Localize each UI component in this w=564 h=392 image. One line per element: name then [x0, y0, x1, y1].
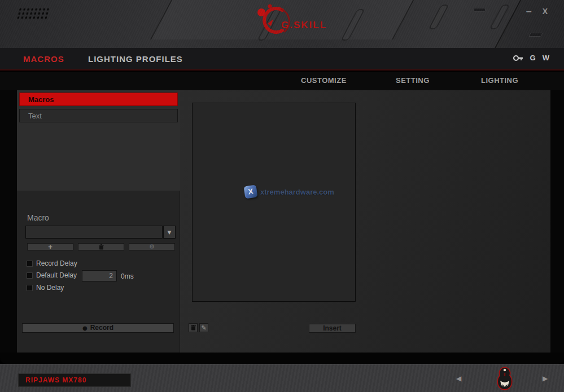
- w-button[interactable]: W: [543, 54, 549, 62]
- device-footer: RIPJAWS MX780 ◀ ▶: [0, 364, 564, 392]
- default-delay-row: Default Delay: [27, 271, 77, 279]
- record-button-label: Record: [90, 324, 113, 332]
- header-facet: [490, 0, 564, 48]
- window-controls: − X: [523, 6, 552, 17]
- gskill-app-window: { "window": { "minimize_label": "−", "cl…: [0, 0, 564, 392]
- macro-select-dropdown[interactable]: [25, 226, 163, 239]
- delete-event-button[interactable]: [189, 323, 198, 332]
- header-groove: [428, 5, 449, 29]
- window-header: G.SKILL − X: [0, 0, 564, 48]
- delay-unit-label: 0ms: [121, 272, 134, 280]
- footer-gap: [0, 353, 564, 364]
- watermark-text: xtremehardware.com: [260, 188, 334, 196]
- nav-tab-macros[interactable]: MACROS: [23, 54, 64, 64]
- no-delay-checkbox[interactable]: [27, 285, 33, 291]
- no-delay-label: No Delay: [36, 284, 64, 292]
- key-icon[interactable]: [513, 55, 523, 61]
- header-facet: [150, 0, 420, 39]
- watermark: X xtremehardware.com: [244, 186, 334, 198]
- speaker-grille: [15, 7, 50, 19]
- record-delay-checkbox[interactable]: [27, 261, 33, 267]
- tab-customize[interactable]: CUSTOMIZE: [301, 76, 347, 85]
- default-delay-label: Default Delay: [36, 271, 77, 279]
- no-delay-row: No Delay: [27, 284, 64, 292]
- mouse-device-icon[interactable]: [495, 366, 514, 391]
- add-macro-button[interactable]: +: [27, 243, 73, 250]
- device-name-badge: RIPJAWS MX780: [18, 373, 131, 387]
- macro-type-list: Macros Text: [17, 90, 180, 191]
- insert-button[interactable]: Insert: [309, 324, 356, 333]
- plus-icon: +: [48, 244, 53, 250]
- tab-lighting[interactable]: LIGHTING: [481, 76, 518, 85]
- minimize-button[interactable]: −: [523, 6, 536, 17]
- dropdown-arrow-button[interactable]: ▼: [163, 226, 176, 239]
- record-delay-row: Record Delay: [27, 259, 77, 267]
- trash-icon: [99, 244, 104, 250]
- g-button[interactable]: G: [530, 54, 536, 62]
- close-button[interactable]: X: [540, 6, 552, 17]
- default-delay-input[interactable]: [82, 270, 117, 281]
- next-device-arrow[interactable]: ▶: [543, 375, 548, 382]
- xtremehardware-logo-icon: X: [244, 185, 258, 199]
- gear-icon: ⚙: [149, 244, 155, 250]
- sub-tab-row: CUSTOMIZE SETTING LIGHTING: [0, 72, 564, 90]
- nav-right-controls: G W: [513, 54, 549, 62]
- gskill-logo-icon: G.SKILL: [253, 2, 338, 39]
- macro-section-label: Macro: [27, 213, 49, 222]
- trash-icon: [191, 325, 196, 331]
- macro-sidebar: Macros Text Macro ▼ + ⚙ Recor: [17, 90, 180, 353]
- header-vent: [473, 8, 486, 12]
- header-groove: [257, 9, 282, 41]
- main-area: Macros Text Macro ▼ + ⚙ Recor: [0, 90, 564, 354]
- nav-tab-lighting-profiles[interactable]: LIGHTING PROFILES: [88, 54, 183, 64]
- header-groove: [340, 9, 365, 41]
- tab-setting[interactable]: SETTING: [396, 76, 430, 85]
- record-dot-icon: ●: [82, 325, 88, 331]
- svg-text:G.SKILL: G.SKILL: [281, 20, 327, 30]
- delete-macro-button[interactable]: [78, 243, 124, 250]
- header-groove: [489, 5, 510, 29]
- header-vent: [528, 33, 543, 37]
- prev-device-arrow[interactable]: ◀: [456, 375, 461, 382]
- edit-event-button[interactable]: ✎: [199, 323, 208, 332]
- record-delay-label: Record Delay: [36, 259, 77, 267]
- main-navbar: MACROS LIGHTING PROFILES G W: [0, 48, 564, 71]
- macro-settings-button[interactable]: ⚙: [129, 243, 175, 250]
- record-button[interactable]: ●Record: [22, 323, 174, 333]
- sidebar-item-text[interactable]: Text: [19, 109, 178, 122]
- pencil-icon: ✎: [201, 325, 206, 331]
- default-delay-checkbox[interactable]: [27, 272, 33, 279]
- content-panel: Macros Text Macro ▼ + ⚙ Recor: [17, 90, 550, 353]
- sidebar-item-macros[interactable]: Macros: [19, 93, 178, 106]
- macro-event-list[interactable]: X xtremehardware.com: [192, 103, 356, 302]
